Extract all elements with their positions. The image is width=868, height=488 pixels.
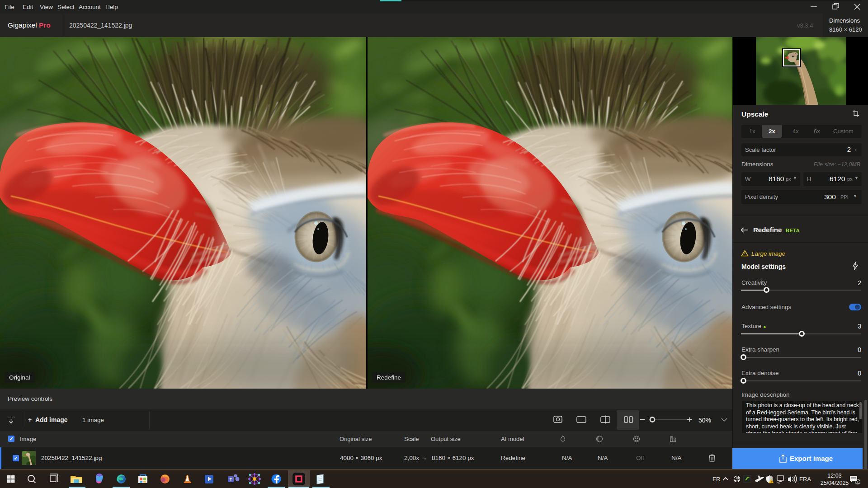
- svg-text:12:03: 12:03: [827, 473, 841, 479]
- svg-text:1: 1: [856, 480, 859, 484]
- svg-text:FR: FR: [712, 476, 720, 483]
- svg-text:T: T: [230, 477, 232, 482]
- svg-text:FRA: FRA: [799, 476, 811, 483]
- svg-text:!: !: [771, 481, 772, 483]
- svg-text:25/04/2025: 25/04/2025: [821, 480, 849, 486]
